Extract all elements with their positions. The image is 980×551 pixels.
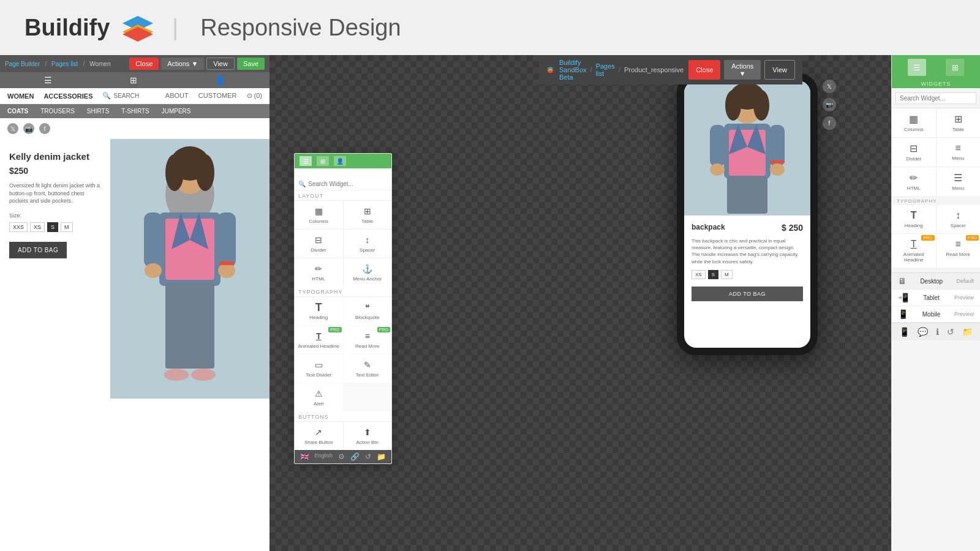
wbb-history-icon[interactable]: ↺ bbox=[365, 452, 371, 461]
widgets-tab-list[interactable]: ⊞ bbox=[317, 156, 329, 166]
right-table-icon: ⊞ bbox=[954, 113, 962, 125]
cat-coats[interactable]: COATS bbox=[7, 108, 28, 114]
device-mobile[interactable]: 📱 Mobile Preview bbox=[892, 306, 980, 323]
bottom-info-icon[interactable]: ℹ bbox=[936, 327, 939, 337]
buildify-sandbox-link[interactable]: Buildify SandBox Beta bbox=[559, 59, 587, 81]
pages-list-link[interactable]: Pages list bbox=[596, 62, 615, 77]
animated-headline-icon: T bbox=[311, 331, 326, 342]
size-xs[interactable]: XS bbox=[30, 222, 45, 232]
phone-twitter-icon[interactable]: 𝕏 bbox=[823, 80, 836, 93]
device-desktop[interactable]: 🖥 Desktop Default bbox=[892, 273, 980, 290]
widgets-tab-user[interactable]: 👤 bbox=[334, 156, 346, 166]
size-xxs[interactable]: XXS bbox=[9, 222, 28, 232]
rp-list-btn[interactable]: ⊞ bbox=[946, 59, 964, 76]
right-widget-read-more[interactable]: PRO ≡ Read More bbox=[937, 234, 981, 268]
wbb-link-icon[interactable]: 🔗 bbox=[350, 452, 360, 461]
right-menu2-label: Menu bbox=[952, 186, 964, 191]
widget-heading[interactable]: T Heading bbox=[295, 297, 343, 325]
right-widget-heading[interactable]: T Heading bbox=[892, 205, 936, 233]
pb-save-button[interactable]: Save bbox=[237, 58, 265, 70]
widgets-tab-grid[interactable]: ☰ bbox=[300, 156, 312, 166]
rp-grid-btn[interactable]: ☰ bbox=[908, 59, 926, 76]
nav-list-icon[interactable]: ⊞ bbox=[130, 75, 137, 85]
widget-action-btn[interactable]: ⬆ Action Btn bbox=[344, 422, 392, 450]
widget-table[interactable]: ⊞ Table bbox=[344, 201, 392, 229]
bottom-folder2-icon[interactable]: 📁 bbox=[962, 327, 973, 337]
widget-html[interactable]: ✏ HTML bbox=[295, 258, 343, 287]
phone-size-xs[interactable]: XS bbox=[692, 270, 706, 279]
pb-close-button[interactable]: Close bbox=[129, 58, 159, 70]
add-to-bag-button[interactable]: ADD TO BAG bbox=[9, 242, 67, 258]
right-widget-html[interactable]: ✏ HTML bbox=[892, 167, 936, 196]
widget-blockquote[interactable]: ❝ Blockquote bbox=[344, 297, 392, 325]
bottom-rotate-icon[interactable]: ↺ bbox=[947, 327, 954, 337]
widgets-search[interactable]: 🔍 bbox=[295, 178, 391, 190]
pb-page-builder-link[interactable]: Page Builder bbox=[5, 61, 40, 67]
nav-cart[interactable]: ⊙ (0) bbox=[247, 92, 263, 100]
right-read-more-label: Read More bbox=[946, 252, 970, 257]
menu-anchor-label: Menu Anchor bbox=[353, 276, 382, 282]
builder-close-button[interactable]: Close bbox=[688, 60, 720, 80]
widget-share-button[interactable]: ↗ Share Button bbox=[295, 422, 343, 450]
right-search[interactable] bbox=[892, 88, 980, 108]
phone-facebook-icon[interactable]: f bbox=[823, 116, 836, 130]
right-widget-columns[interactable]: ▦ Columns bbox=[892, 108, 936, 137]
builder-view-button[interactable]: View bbox=[764, 60, 795, 80]
tablet-size: Preview bbox=[954, 294, 974, 301]
nav-about[interactable]: ABOUT bbox=[165, 92, 189, 100]
store-nav-accessories[interactable]: ACCESSORIES bbox=[43, 92, 92, 100]
widget-menu-anchor[interactable]: ⚓ Menu Anchor bbox=[344, 258, 392, 287]
nav-customer[interactable]: CUSTOMER bbox=[198, 92, 237, 100]
wbb-folder-icon[interactable]: 📁 bbox=[377, 452, 386, 461]
store-categories: COATS TROUSERS SHIRTS T-SHIRTS JUMPERS bbox=[0, 104, 270, 118]
store-nav-search[interactable]: 🔍 SEARCH bbox=[102, 92, 139, 100]
wbb-settings-icon[interactable]: ⚙ bbox=[338, 452, 345, 461]
cat-t-shirts[interactable]: T-SHIRTS bbox=[121, 108, 149, 114]
store-nav: WOMEN ACCESSORIES 🔍 SEARCH ABOUT CUSTOME… bbox=[0, 88, 270, 104]
phone-size-m[interactable]: M bbox=[721, 270, 733, 279]
store-nav-right: ABOUT CUSTOMER ⊙ (0) bbox=[165, 92, 262, 100]
phone-add-to-bag-button[interactable]: ADD TO BAG bbox=[692, 287, 803, 301]
facebook-icon[interactable]: f bbox=[39, 123, 50, 134]
alert-label: Alert bbox=[314, 401, 323, 407]
right-widget-table[interactable]: ⊞ Table bbox=[937, 108, 981, 137]
widget-text-editor[interactable]: ✎ Text Editor bbox=[344, 354, 392, 383]
widget-animated-headline[interactable]: PRO T Animated Headline bbox=[295, 326, 343, 354]
right-search-input[interactable] bbox=[895, 92, 976, 104]
widget-read-more[interactable]: PRO ≡ Read More bbox=[344, 326, 392, 354]
cat-shirts[interactable]: SHIRTS bbox=[87, 108, 110, 114]
cat-trousers[interactable]: TROUSERS bbox=[40, 108, 75, 114]
bottom-device-icon[interactable]: 📱 bbox=[899, 327, 910, 337]
widgets-search-input[interactable] bbox=[308, 181, 388, 187]
pb-pages-list-link[interactable]: Pages list bbox=[51, 61, 78, 67]
action-btn-label: Action Btn bbox=[356, 440, 379, 445]
widget-divider[interactable]: ⊟ Divider bbox=[295, 230, 343, 258]
right-widget-menu[interactable]: ≡ Menu bbox=[937, 138, 981, 167]
wbb-flag-icon[interactable]: 🇬🇧 bbox=[300, 452, 309, 461]
product-name: Kelly denim jacket bbox=[9, 151, 101, 162]
alert-icon: ⚠ bbox=[311, 388, 326, 399]
nav-user-icon[interactable]: 👤 bbox=[215, 75, 225, 85]
size-m[interactable]: M bbox=[61, 222, 73, 232]
twitter-icon[interactable]: 𝕏 bbox=[7, 123, 18, 134]
instagram-icon[interactable]: 📷 bbox=[23, 123, 34, 134]
right-widget-animated-headline[interactable]: PRO T Animated Headline bbox=[892, 234, 936, 268]
pb-view-button[interactable]: View bbox=[206, 58, 235, 70]
cat-jumpers[interactable]: JUMPERS bbox=[162, 108, 191, 114]
store-nav-women[interactable]: WOMEN bbox=[7, 92, 34, 100]
widget-text-divider[interactable]: ▭ Text Divider bbox=[295, 354, 343, 383]
widget-alert[interactable]: ⚠ Alert bbox=[295, 383, 343, 411]
widget-columns[interactable]: ▦ Columns bbox=[295, 201, 343, 229]
size-s[interactable]: S bbox=[47, 222, 58, 232]
right-widget-menu2[interactable]: ☰ Menu bbox=[937, 167, 981, 196]
builder-actions-button[interactable]: Actions ▼ bbox=[724, 60, 761, 80]
phone-instagram-icon[interactable]: 📷 bbox=[823, 98, 836, 111]
phone-size-s[interactable]: S bbox=[708, 270, 718, 279]
right-widget-divider[interactable]: ⊟ Divider bbox=[892, 138, 936, 167]
nav-grid-icon[interactable]: ☰ bbox=[44, 75, 52, 85]
widget-spacer[interactable]: ↕ Spacer bbox=[344, 230, 392, 258]
right-widget-spacer[interactable]: ↕ Spacer bbox=[937, 205, 981, 233]
bottom-chat-icon[interactable]: 💬 bbox=[918, 327, 928, 337]
pb-actions-button[interactable]: Actions ▼ bbox=[161, 58, 204, 70]
device-tablet[interactable]: 📲 Tablet Preview bbox=[892, 290, 980, 306]
